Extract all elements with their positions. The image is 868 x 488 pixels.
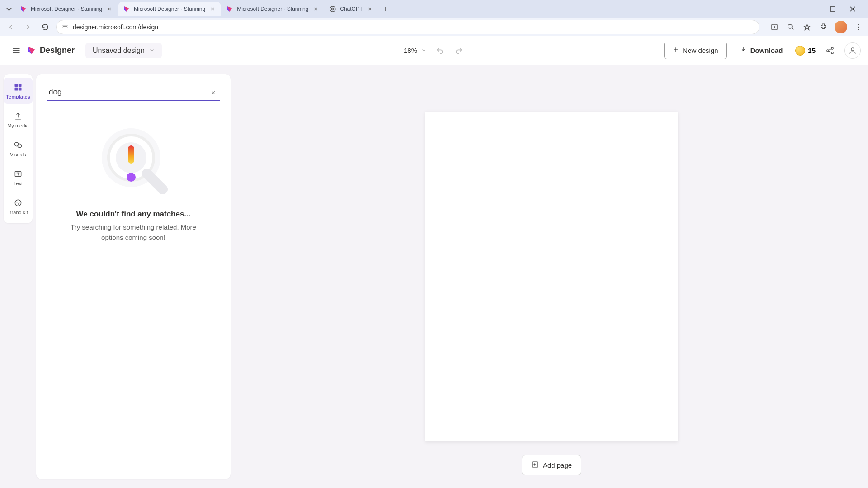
svg-point-24 [851, 48, 854, 51]
new-design-label: New design [683, 47, 718, 54]
designer-logo-icon [27, 46, 36, 55]
svg-point-11 [858, 24, 859, 25]
sidebar-item-my-media[interactable]: My media [4, 107, 33, 133]
sidebar-item-label: My media [7, 123, 29, 128]
template-search-input[interactable] [47, 85, 220, 99]
svg-line-23 [829, 51, 832, 52]
sidebar-item-label: Text [14, 181, 23, 186]
plus-icon [673, 47, 679, 54]
sidebar-item-text[interactable]: Text [4, 164, 33, 191]
svg-point-35 [16, 202, 18, 203]
download-icon [740, 46, 747, 55]
share-button[interactable] [822, 42, 838, 59]
window-controls [805, 3, 864, 15]
templates-panel: × [36, 65, 235, 488]
templates-icon [13, 82, 23, 92]
credits-button[interactable]: 15 [795, 46, 816, 56]
sidebar-item-visuals[interactable]: Visuals [4, 136, 33, 162]
chatgpt-favicon-icon [329, 5, 336, 13]
canvas-page[interactable] [425, 112, 678, 441]
svg-rect-25 [15, 84, 18, 87]
install-app-icon[interactable] [769, 22, 779, 32]
empty-state: We couldn't find any matches... Try sear… [47, 119, 220, 243]
svg-point-36 [19, 202, 20, 203]
forward-button[interactable] [22, 21, 34, 33]
side-rail: Templates My media Visuals Text Brand ki… [0, 65, 36, 488]
account-button[interactable] [844, 42, 861, 59]
design-name-dropdown[interactable]: Unsaved design [85, 43, 162, 58]
sidebar-item-templates[interactable]: Templates [4, 78, 33, 104]
designer-logo[interactable]: Designer [27, 46, 75, 55]
svg-point-30 [18, 144, 21, 148]
download-label: Download [750, 47, 783, 54]
brandkit-icon [13, 198, 23, 208]
bookmark-icon[interactable] [802, 22, 812, 32]
header-right: New design Download 15 [664, 42, 861, 59]
svg-rect-7 [63, 27, 67, 28]
tab-title: ChatGPT [340, 6, 363, 12]
svg-point-34 [15, 200, 21, 206]
add-page-button[interactable]: Add page [522, 455, 581, 475]
tab-title: Microsoft Designer - Stunning [31, 6, 102, 12]
svg-point-13 [858, 29, 859, 30]
svg-rect-6 [63, 25, 67, 26]
new-design-button[interactable]: New design [664, 42, 726, 59]
app-header: Designer Unsaved design 18% New design D… [0, 36, 868, 65]
chrome-menu-icon[interactable] [854, 22, 863, 32]
tab-close-icon[interactable]: × [209, 5, 216, 13]
sidebar-item-label: Brand kit [8, 210, 28, 215]
browser-tab[interactable]: ChatGPT × [325, 2, 378, 16]
empty-state-illustration-icon [93, 119, 174, 201]
svg-point-12 [858, 27, 859, 28]
svg-point-37 [18, 203, 19, 205]
back-button[interactable] [5, 21, 17, 33]
svg-line-10 [792, 28, 793, 30]
hamburger-menu-button[interactable] [7, 42, 25, 60]
minimize-button[interactable] [805, 3, 821, 15]
canvas-area[interactable]: Add page [235, 65, 868, 488]
close-window-button[interactable] [844, 3, 861, 15]
svg-rect-26 [19, 84, 22, 87]
browser-tab[interactable]: Microsoft Designer - Stunning × [15, 2, 118, 16]
zoom-dropdown[interactable]: 18% [404, 47, 426, 54]
coin-icon [795, 46, 805, 56]
tab-close-icon[interactable]: × [312, 5, 319, 13]
svg-line-22 [829, 48, 832, 50]
new-tab-button[interactable]: + [379, 3, 392, 15]
designer-logo-text: Designer [40, 46, 75, 55]
empty-state-title: We couldn't find any matches... [76, 210, 190, 219]
designer-favicon-icon [123, 5, 130, 13]
url-text: designer.microsoft.com/design [73, 23, 754, 31]
designer-favicon-icon [226, 5, 233, 13]
maximize-button[interactable] [825, 3, 841, 15]
tab-title: Microsoft Designer - Stunning [237, 6, 308, 12]
visuals-icon [13, 140, 23, 150]
sidebar-item-label: Templates [6, 94, 30, 99]
zoom-value: 18% [404, 47, 417, 54]
download-button[interactable]: Download [733, 42, 789, 59]
svg-rect-3 [830, 7, 835, 11]
tab-close-icon[interactable]: × [366, 5, 373, 13]
extensions-icon[interactable] [818, 22, 828, 32]
url-box[interactable]: designer.microsoft.com/design [56, 20, 760, 34]
tab-strip: Microsoft Designer - Stunning × Microsof… [0, 0, 868, 18]
reload-button[interactable] [39, 21, 52, 33]
svg-rect-41 [128, 145, 134, 164]
tabs-dropdown-button[interactable] [4, 4, 14, 14]
browser-tab[interactable]: Microsoft Designer - Stunning × [118, 2, 221, 16]
sidebar-item-brand-kit[interactable]: Brand kit [4, 193, 33, 220]
profile-avatar[interactable] [835, 21, 847, 33]
upload-icon [13, 111, 23, 121]
address-bar: designer.microsoft.com/design [0, 18, 868, 36]
tab-close-icon[interactable]: × [106, 5, 113, 13]
side-rail-card: Templates My media Visuals Text Brand ki… [4, 74, 33, 223]
site-info-icon[interactable] [62, 23, 68, 31]
redo-button[interactable] [453, 45, 464, 56]
undo-button[interactable] [434, 45, 445, 56]
browser-tab[interactable]: Microsoft Designer - Stunning × [222, 2, 324, 16]
browser-chrome: Microsoft Designer - Stunning × Microsof… [0, 0, 868, 36]
plus-square-icon [531, 461, 538, 469]
templates-panel-card: × [36, 74, 231, 479]
zoom-indicator-icon[interactable] [786, 22, 796, 32]
clear-search-icon[interactable]: × [209, 88, 218, 97]
